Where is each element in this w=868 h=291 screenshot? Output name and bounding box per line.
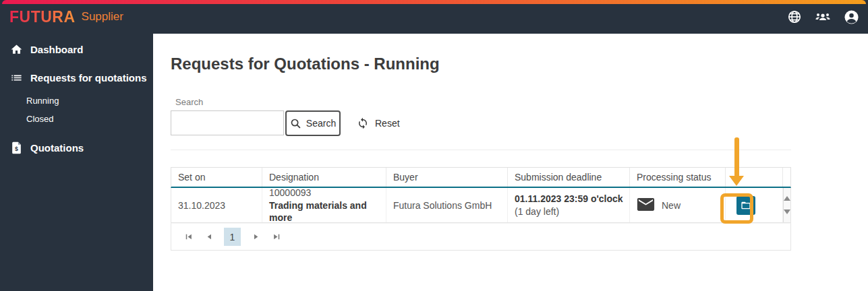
designation-name: Trading materials and more bbox=[269, 199, 386, 224]
topbar-actions bbox=[786, 0, 860, 34]
sidebar-item-label: Quotations bbox=[30, 142, 84, 154]
reset-button[interactable]: Reset bbox=[357, 115, 400, 131]
reset-button-label: Reset bbox=[375, 118, 400, 129]
sidebar-subitem-label: Running bbox=[26, 96, 59, 106]
home-icon bbox=[9, 42, 23, 56]
sidebar-item-running[interactable]: Running bbox=[0, 92, 153, 110]
search-button[interactable]: Search bbox=[285, 110, 341, 136]
buyer-value: Futura Solutions GmbH bbox=[393, 200, 492, 211]
cell-buyer: Futura Solutions GmbH bbox=[386, 188, 508, 222]
deadline-value: 01.11.2023 23:59 o'clock bbox=[515, 193, 623, 205]
mail-icon bbox=[637, 198, 655, 212]
cell-set-on: 31.10.2023 bbox=[171, 188, 262, 222]
main-content: Requests for Quotations - Running Search… bbox=[153, 34, 868, 291]
users-icon[interactable] bbox=[814, 8, 832, 26]
cell-deadline: 01.11.2023 23:59 o'clock (1 day left) bbox=[508, 188, 630, 222]
sidebar-item-dashboard[interactable]: Dashboard bbox=[0, 35, 153, 63]
pagination: 1 bbox=[171, 223, 791, 251]
svg-text:$: $ bbox=[15, 146, 18, 152]
annotation-arrow bbox=[734, 137, 739, 177]
folder-open-icon bbox=[741, 200, 751, 211]
brand-logo[interactable]: FUTURA Supplier bbox=[9, 0, 123, 34]
column-header-submission-deadline: Submission deadline bbox=[508, 168, 630, 187]
pagination-last-button[interactable] bbox=[270, 231, 283, 243]
column-header-buyer: Buyer bbox=[386, 168, 508, 187]
column-header-scroll bbox=[783, 168, 790, 187]
requests-table: Set on Designation Buyer Submission dead… bbox=[171, 167, 791, 251]
designation-id: 10000093 bbox=[269, 187, 311, 199]
deadline-note: (1 day left) bbox=[515, 205, 559, 218]
sidebar-item-label: Dashboard bbox=[30, 44, 83, 55]
open-request-button[interactable] bbox=[736, 196, 755, 215]
column-header-designation: Designation bbox=[262, 168, 386, 187]
quote-document-icon: $ bbox=[9, 141, 23, 154]
status-value: New bbox=[662, 200, 681, 211]
pagination-prev-button[interactable] bbox=[203, 231, 215, 243]
table-header-row: Set on Designation Buyer Submission dead… bbox=[171, 167, 791, 188]
brand-product: Supplier bbox=[82, 10, 123, 24]
sidebar-item-label: Requests for quotations bbox=[30, 72, 147, 84]
cell-actions bbox=[726, 188, 783, 222]
annotation-arrowhead-icon bbox=[729, 176, 744, 186]
top-bar: FUTURA Supplier bbox=[0, 0, 868, 34]
sidebar-item-requests[interactable]: Requests for quotations bbox=[0, 63, 153, 92]
sidebar-item-quotations[interactable]: $ Quotations bbox=[0, 133, 153, 162]
globe-icon[interactable] bbox=[786, 8, 803, 26]
pagination-first-button[interactable] bbox=[182, 231, 194, 243]
cell-processing-status: New bbox=[630, 188, 726, 222]
scroll-down-icon[interactable] bbox=[784, 209, 790, 214]
search-label: Search bbox=[175, 97, 203, 107]
search-button-label: Search bbox=[306, 118, 336, 129]
table-row: 31.10.2023 10000093 Trading materials an… bbox=[171, 188, 791, 223]
sidebar-subitem-label: Closed bbox=[26, 114, 53, 124]
list-icon bbox=[9, 71, 23, 84]
sidebar-item-closed[interactable]: Closed bbox=[0, 110, 153, 128]
search-input[interactable] bbox=[171, 110, 284, 135]
column-header-set-on: Set on bbox=[171, 168, 262, 187]
top-gradient-bar bbox=[2, 0, 866, 4]
set-on-value: 31.10.2023 bbox=[178, 200, 225, 211]
search-icon bbox=[290, 118, 301, 129]
scroll-up-icon[interactable] bbox=[784, 196, 790, 201]
cell-designation: 10000093 Trading materials and more bbox=[262, 188, 386, 222]
page-title: Requests for Quotations - Running bbox=[171, 55, 440, 73]
pagination-next-button[interactable] bbox=[250, 231, 262, 243]
brand-name: FUTURA bbox=[9, 8, 76, 26]
pagination-page-1[interactable]: 1 bbox=[224, 228, 241, 246]
table-scrollbar[interactable] bbox=[783, 188, 790, 222]
reset-sync-icon bbox=[357, 117, 369, 129]
section-divider bbox=[171, 150, 791, 150]
account-icon[interactable] bbox=[842, 8, 860, 26]
sidebar: Dashboard Requests for quotations Runnin… bbox=[0, 34, 153, 291]
column-header-processing-status: Processing status bbox=[630, 168, 726, 187]
app-window: FUTURA Supplier bbox=[0, 0, 868, 291]
